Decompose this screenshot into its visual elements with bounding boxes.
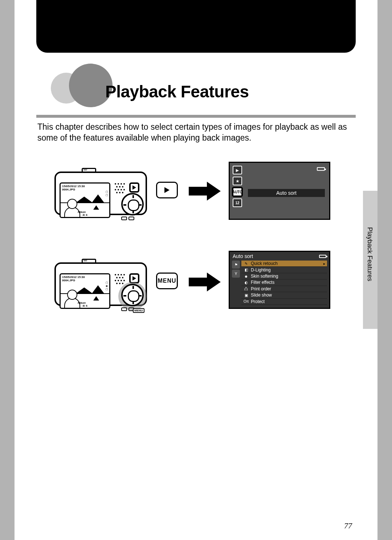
- menu-item-d-lighting[interactable]: ◧ D-Lighting: [241, 267, 327, 273]
- camera-multi-selector[interactable]: [121, 284, 144, 306]
- camera-brand: Nikon: [78, 301, 86, 305]
- chapter-header-black: [36, 0, 356, 53]
- menu-item-slide-show[interactable]: ▣ Slide show: [241, 292, 327, 298]
- lcd-filename: 0004.JPG: [61, 279, 109, 282]
- arrow-icon: [189, 182, 221, 201]
- mode-icon-listbydate[interactable]: 12: [233, 198, 242, 207]
- mode-icon-play[interactable]: ▶: [233, 166, 242, 174]
- menu-tab-sort[interactable]: ⚑: [232, 261, 240, 269]
- battery-icon: [317, 167, 325, 171]
- camera-bottom-buttons[interactable]: [121, 307, 134, 311]
- menu-item-print-order[interactable]: 凸 Print order: [241, 286, 327, 292]
- lcd-filename: 0004.JPG: [61, 188, 109, 191]
- lcd-date: 15/05/2012 15:30: [61, 274, 109, 279]
- camera-menu-button-label[interactable]: MENU: [133, 308, 144, 313]
- slideshow-icon: ▣: [244, 293, 249, 297]
- section-side-tab: Playback Features: [363, 191, 377, 329]
- mode-icon-autosort[interactable]: AUTO: [233, 188, 242, 196]
- menu-item-label: Quick retouch: [251, 261, 278, 266]
- mode-selected-label: Auto sort: [248, 189, 325, 197]
- print-icon: 凸: [244, 286, 249, 291]
- camera-multi-selector[interactable]: [121, 193, 144, 215]
- menu-item-label: Print order: [251, 286, 271, 291]
- camera-playback-button[interactable]: [129, 182, 139, 193]
- camera-bottom-buttons[interactable]: [121, 217, 134, 220]
- menu-item-label: Protect: [251, 299, 265, 304]
- battery-icon: [319, 255, 326, 258]
- menu-item-filter-effects[interactable]: ◐ Filter effects: [241, 279, 327, 286]
- skin-icon: ☻: [244, 274, 249, 278]
- menu-title: Auto sort: [233, 253, 253, 259]
- page-number: 77: [344, 521, 352, 531]
- playback-mode-sidebar: ▶ ★ AUTO 12: [233, 166, 242, 207]
- camera-back-illustration: SD 15/05/2012 15:30 0004.JPG ▢◉▢ 4/ 4: [54, 258, 149, 307]
- play-button-callout: [156, 182, 178, 198]
- menu-tabs: ⚑ Y: [232, 261, 240, 305]
- mode-icon-favorites[interactable]: ★: [233, 177, 242, 185]
- menu-list: ✎ Quick retouch ◧ D-Lighting ☻ Skin soft…: [241, 261, 327, 305]
- menu-item-protect[interactable]: Oπ Protect: [241, 299, 327, 305]
- page: Playback Features This chapter describes…: [15, 0, 377, 540]
- protect-icon: Oπ: [244, 299, 249, 303]
- arrow-icon: [189, 273, 221, 291]
- intro-text: This chapter describes how to select cer…: [37, 122, 355, 144]
- chapter-title: Playback Features: [105, 82, 249, 101]
- d-lighting-icon: ◧: [244, 268, 249, 272]
- lcd-counter: 4/ 4: [61, 304, 109, 307]
- camera-brand: Nikon: [78, 210, 86, 214]
- menu-item-skin-softening[interactable]: ☻ Skin softening: [241, 273, 327, 279]
- camera-sd-label: SD: [83, 259, 87, 262]
- lcd-right-icons: ▢◉▢: [106, 281, 108, 291]
- filter-icon: ◐: [244, 281, 249, 285]
- camera-sd-label: SD: [83, 168, 87, 171]
- camera-body: 15/05/2012 15:30 0004.JPG ▢▢ 4/ 4: [54, 172, 147, 215]
- menu-item-label: Filter effects: [251, 280, 274, 285]
- menu-button-callout: MENU: [156, 273, 178, 289]
- playback-mode-menu-screen: ▶ ★ AUTO 12 Auto sort: [229, 162, 330, 220]
- camera-back-illustration: SD 15/05/2012 15:30 0004.JPG ▢▢ 4/ 4: [54, 167, 149, 216]
- flow-row-playback-mode: SD 15/05/2012 15:30 0004.JPG ▢▢ 4/ 4: [54, 162, 352, 223]
- menu-item-label: Skin softening: [251, 274, 278, 279]
- lcd-counter: 4/ 4: [61, 213, 109, 217]
- menu-item-label: Slide show: [251, 293, 272, 298]
- camera-body: 15/05/2012 15:30 0004.JPG ▢◉▢ 4/ 4: [54, 262, 147, 306]
- menu-item-quick-retouch[interactable]: ✎ Quick retouch: [241, 261, 327, 267]
- title-underline: [36, 115, 356, 118]
- flow-row-playback-menu: SD 15/05/2012 15:30 0004.JPG ▢◉▢ 4/ 4: [54, 253, 352, 314]
- camera-speaker-grille: [114, 182, 128, 196]
- retouch-icon: ✎: [244, 262, 249, 266]
- lcd-date: 15/05/2012 15:30: [61, 184, 109, 188]
- menu-tab-setup[interactable]: Y: [232, 270, 240, 278]
- section-side-tab-label: Playback Features: [366, 227, 373, 281]
- lcd-right-icons: ▢▢: [106, 190, 108, 197]
- playback-menu-screen: Auto sort ⚑ Y ✎ Quick retouch ◧ D-Lighti…: [229, 251, 330, 309]
- menu-item-label: D-Lighting: [251, 267, 271, 273]
- menu-title-bar: Auto sort: [230, 252, 329, 261]
